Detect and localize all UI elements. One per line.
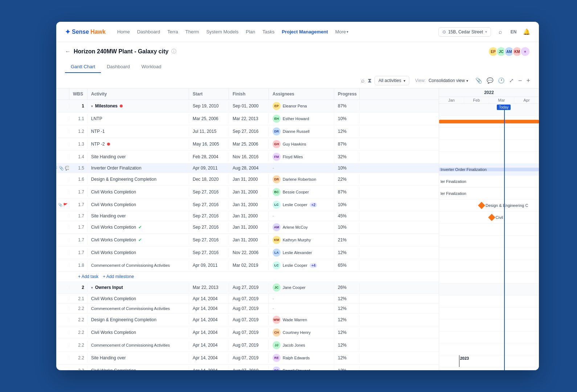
add-task-button[interactable]: + Add task bbox=[78, 274, 98, 279]
table-row: 2.2 Commencement of Commissioning Activi… bbox=[56, 304, 439, 314]
activity-text: Civil Works Completion bbox=[91, 225, 136, 230]
today-marker: Today bbox=[504, 105, 505, 370]
assignee-name: Darlene Robertson bbox=[283, 177, 316, 181]
assignee-name: Leslie Cooper bbox=[283, 263, 307, 268]
td-progress: 32% bbox=[334, 152, 360, 162]
logo-hawk: Hawk bbox=[90, 29, 106, 35]
search-icon[interactable]: ⌕ bbox=[497, 28, 504, 36]
assignee-avatar: AM bbox=[273, 223, 281, 231]
plus-icon[interactable]: + bbox=[526, 77, 530, 85]
table-row: 2.1 Civil Works Completion Apr 14, 2004 … bbox=[56, 294, 439, 304]
td-finish: Aug 07, 2019 bbox=[229, 304, 269, 313]
location-icon: ⊙ bbox=[442, 29, 446, 34]
nav-therm[interactable]: Therm bbox=[185, 28, 199, 36]
nav-right: ⊙ 15B, Cedar Street ▾ ⌕ EN 🔔 bbox=[438, 27, 530, 37]
status-dot bbox=[107, 143, 110, 146]
gantt-month-jan: Jan bbox=[439, 97, 464, 103]
td-start: Feb 28, 2004 bbox=[189, 152, 229, 162]
history-icon[interactable]: 🕐 bbox=[498, 77, 505, 84]
tab-gantt-chart[interactable]: Gantt Chart bbox=[65, 61, 101, 73]
td-row-actions bbox=[56, 343, 69, 347]
table-row: 2.2 Commencement of Commissioning Activi… bbox=[56, 339, 439, 352]
td-progress: 10% bbox=[334, 222, 360, 232]
expand-icon[interactable]: ⤢ bbox=[509, 77, 514, 84]
td-progress: 12% bbox=[334, 353, 360, 363]
table-row: 2 ▾ Owners Input Mar 22, 2013 Aug 27, 20… bbox=[56, 281, 439, 294]
header-avatars: EP JC AM KM + bbox=[488, 46, 530, 57]
tab-workload[interactable]: Workload bbox=[136, 61, 167, 73]
gantt-rows: Inverter Order Finalization ler Finaliza… bbox=[439, 104, 539, 370]
nav-dashboard[interactable]: Dashboard bbox=[137, 28, 160, 36]
location-selector[interactable]: ⊙ 15B, Cedar Street ▾ bbox=[438, 27, 491, 37]
nav-tasks[interactable]: Tasks bbox=[262, 28, 274, 36]
td-activity: LNTP bbox=[87, 114, 189, 123]
comment-icon[interactable]: 💬 bbox=[487, 77, 494, 84]
gantt-row bbox=[439, 295, 539, 307]
collapse-icon[interactable]: ▾ bbox=[91, 104, 93, 108]
td-wbs: 1.4 bbox=[69, 152, 87, 162]
td-finish: Mar 22, 2013 bbox=[229, 114, 269, 123]
td-row-actions bbox=[56, 225, 69, 229]
view-selector[interactable]: View: Consolidation view ▾ bbox=[415, 78, 468, 83]
td-wbs: 2 bbox=[69, 283, 87, 292]
nav-project-management[interactable]: Project Management bbox=[282, 28, 328, 36]
td-activity: Civil Works Completion bbox=[87, 200, 189, 209]
assignee-name: Wade Warren bbox=[283, 318, 307, 322]
collapse-icon[interactable]: ▾ bbox=[91, 286, 93, 290]
table-header: WBS Activity Start Finish Assignees Prog… bbox=[56, 89, 439, 100]
td-row-actions bbox=[56, 177, 69, 181]
assignee-name: Jane Cooper bbox=[283, 285, 306, 290]
td-progress: 12% bbox=[334, 248, 360, 257]
tab-dashboard[interactable]: Dashboard bbox=[101, 61, 136, 73]
plus-badge: +4 bbox=[310, 263, 317, 268]
nav-terra[interactable]: Terra bbox=[167, 28, 178, 36]
assignee-avatar: DS bbox=[273, 367, 281, 370]
td-assignees: - bbox=[269, 304, 334, 313]
minus-icon[interactable]: − bbox=[518, 77, 522, 85]
nav-plan[interactable]: Plan bbox=[246, 28, 255, 36]
td-start: Mar 22, 2013 bbox=[189, 283, 229, 292]
gantt-diamond-label: Civil bbox=[496, 215, 503, 220]
td-assignees: DS Darrell Steward bbox=[269, 364, 334, 370]
location-text: 15B, Cedar Street bbox=[448, 29, 483, 34]
td-activity: Civil Works Completion bbox=[87, 328, 189, 337]
gantt-row bbox=[439, 260, 539, 271]
activity-filter[interactable]: All activities ▾ bbox=[375, 76, 409, 85]
back-button[interactable]: ← bbox=[65, 48, 71, 55]
assignee-avatar: RE bbox=[273, 354, 281, 362]
td-row-actions bbox=[56, 129, 69, 134]
app-logo[interactable]: ✦ SenseHawk bbox=[65, 28, 106, 36]
add-milestone-button[interactable]: + Add milestone bbox=[103, 274, 134, 279]
assignee-avatar: JC bbox=[273, 283, 281, 291]
td-start: Sep 27, 2016 bbox=[189, 200, 229, 209]
filter-icon[interactable]: ⧗ bbox=[368, 77, 372, 84]
nav-system-models[interactable]: System Models bbox=[206, 28, 238, 36]
page-title: Horizon 240MW Plant - Galaxy city bbox=[74, 48, 168, 55]
td-row-actions bbox=[56, 117, 69, 121]
check-icon: ✔ bbox=[138, 225, 142, 230]
gantt-label: ler Finalization bbox=[441, 179, 466, 184]
td-row-actions bbox=[56, 297, 69, 301]
assignee-name: Floyd Miles bbox=[283, 155, 303, 159]
td-wbs: 2.2 bbox=[69, 328, 87, 337]
nav-home[interactable]: Home bbox=[117, 28, 130, 36]
gantt-row bbox=[439, 104, 539, 116]
td-assignees: EP Eleanor Pena bbox=[269, 100, 334, 112]
td-progress: 10% bbox=[334, 163, 360, 173]
language-selector[interactable]: EN bbox=[510, 28, 517, 36]
nav-more[interactable]: More ▾ bbox=[335, 28, 349, 36]
year-marker-2023 bbox=[459, 355, 459, 367]
td-start: Apr 14, 2004 bbox=[189, 294, 229, 303]
logo-icon: ✦ bbox=[65, 28, 70, 36]
search-icon-toolbar[interactable]: ⌕ bbox=[361, 77, 365, 84]
td-start: Mar 25, 2006 bbox=[189, 114, 229, 123]
info-icon[interactable]: ⓘ bbox=[171, 48, 176, 55]
td-activity: Commencement of Commissioning Activities bbox=[87, 304, 189, 313]
table-row: 1.3 NTP -2 May 16, 2005 Mar 25, 2006 GH … bbox=[56, 138, 439, 151]
assignee-avatar: LA bbox=[273, 249, 281, 257]
td-finish: Jan 31, 2000 bbox=[229, 211, 269, 221]
attachment-icon[interactable]: 📎 bbox=[475, 77, 482, 84]
td-progress: 87% bbox=[334, 101, 360, 111]
notification-icon[interactable]: 🔔 bbox=[523, 28, 530, 36]
td-activity: Civil Works Completion ✔ bbox=[87, 235, 189, 245]
